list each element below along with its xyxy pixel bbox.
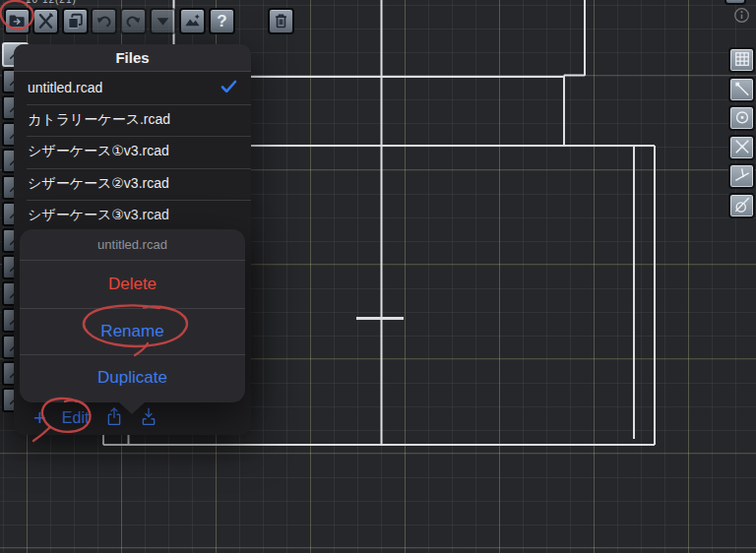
info-icon[interactable] [732, 6, 751, 29]
intersection-snap-button[interactable] [728, 135, 755, 160]
undo-icon [94, 12, 113, 31]
trash-icon [272, 12, 290, 31]
perpendicular-snap-button[interactable] [728, 163, 755, 189]
grid-snap-button[interactable] [728, 47, 755, 73]
delete-menu-item[interactable]: Delete [20, 261, 245, 308]
tangent-snap-button[interactable] [728, 193, 755, 218]
trash-button[interactable] [268, 8, 294, 34]
undo-button[interactable] [91, 8, 117, 34]
copy-button[interactable] [62, 8, 89, 34]
edit-button[interactable]: Edit [62, 409, 90, 427]
file-row-scissor-case-1[interactable]: シザーケース①v3.rcad [14, 136, 251, 168]
endpoint-snap-button[interactable] [728, 77, 755, 102]
cut-tool-icon [36, 12, 55, 31]
file-row-untitled[interactable]: untitled.rcad [14, 72, 251, 104]
image-icon [183, 12, 202, 31]
cad-app-screen: 10 12(21) ? [0, 0, 756, 553]
center-snap-icon [732, 107, 752, 130]
redo-button[interactable] [120, 8, 147, 34]
file-row-cutlery-case[interactable]: カトラリーケース.rcad [14, 104, 251, 137]
checkmark-icon [220, 80, 237, 96]
endpoint-snap-icon [732, 79, 752, 101]
rename-menu-item[interactable]: Rename [20, 308, 245, 355]
intersection-snap-icon [732, 137, 752, 159]
add-file-button[interactable]: + [33, 407, 46, 429]
tools-button[interactable] [32, 8, 59, 34]
grid-icon [732, 49, 752, 72]
file-name: untitled.rcad [28, 80, 102, 95]
dropdown-button[interactable] [150, 8, 176, 34]
file-name: シザーケース③v3.rcad [28, 207, 169, 224]
question-icon: ? [217, 13, 226, 30]
triangle-down-icon [154, 12, 172, 31]
file-row-scissor-case-3[interactable]: シザーケース③v3.rcad [14, 200, 251, 232]
copy-icon [66, 12, 85, 31]
file-context-menu: untitled.rcad Delete Rename Duplicate [20, 229, 245, 402]
canvas-coordinate-readout: 10 12(21) [26, 0, 77, 5]
help-button[interactable]: ? [209, 8, 235, 34]
export-image-button[interactable] [179, 8, 206, 34]
perpendicular-snap-icon [732, 165, 752, 188]
file-name: カトラリーケース.rcad [28, 111, 170, 129]
files-button[interactable] [4, 8, 31, 34]
files-popover-title: Files [14, 44, 251, 72]
file-name: シザーケース①v3.rcad [28, 143, 169, 160]
file-row-scissor-case-2[interactable]: シザーケース②v3.rcad [14, 168, 251, 201]
tangent-snap-icon [732, 195, 752, 217]
duplicate-menu-item[interactable]: Duplicate [20, 354, 245, 401]
folder-export-icon [8, 12, 27, 31]
clipped-button-fragment [724, 0, 746, 5]
redo-icon [124, 12, 143, 31]
file-name: シザーケース②v3.rcad [28, 175, 169, 193]
center-snap-button[interactable] [728, 105, 755, 131]
popover-tail [119, 402, 145, 414]
context-menu-title: untitled.rcad [20, 229, 245, 261]
